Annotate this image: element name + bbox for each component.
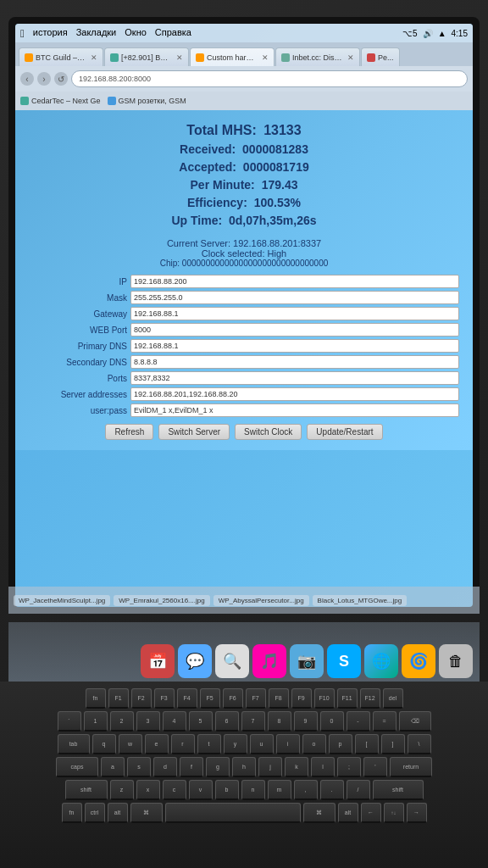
field-input-userpass[interactable]: EvilDM_1 x,EvilDM_1 x [130, 403, 459, 417]
key-l[interactable]: l [311, 757, 335, 777]
key-space[interactable] [165, 803, 301, 823]
address-bar[interactable]: 192.168.88.200:8000 [71, 70, 468, 87]
menu-history[interactable]: история [33, 27, 68, 40]
key-arrow-updown[interactable]: ↑↓ [384, 803, 404, 823]
key-9[interactable]: 9 [294, 711, 318, 732]
key-p[interactable]: p [329, 734, 352, 754]
key-cmd-right[interactable]: ⌘ [303, 803, 336, 823]
key-lbracket[interactable]: [ [355, 734, 379, 754]
dock-photos[interactable]: 📷 [290, 644, 324, 678]
menu-window[interactable]: Окно [125, 27, 147, 40]
key-cmd-left[interactable]: ⌘ [130, 803, 163, 823]
key-del[interactable]: del [383, 688, 403, 709]
key-caps[interactable]: caps [56, 757, 98, 777]
key-slash[interactable]: / [347, 780, 370, 800]
key-5[interactable]: 5 [189, 711, 213, 732]
key-delete[interactable]: ⌫ [399, 711, 431, 732]
key-tab[interactable]: tab [58, 734, 90, 754]
field-input-secondarydns[interactable]: 8.8.8.8 [130, 355, 459, 369]
key-arrow-left[interactable]: ← [361, 803, 381, 823]
field-input-serveraddresses[interactable]: 192.168.88.201,192.168.88.20 [130, 387, 459, 401]
key-q[interactable]: q [92, 734, 116, 754]
taskbar-item-1[interactable]: WP_Emrakul_2560x16....jpg [114, 595, 209, 606]
dock-spotlight[interactable]: 🔍 [215, 644, 249, 678]
bookmark-gsm[interactable]: GSM розетки, GSM [108, 97, 186, 105]
key-n[interactable]: n [241, 780, 265, 800]
key-backslash[interactable]: \ [408, 734, 431, 754]
key-f3[interactable]: F3 [154, 688, 175, 709]
key-fn2[interactable]: fn [62, 803, 82, 823]
key-h[interactable]: h [232, 757, 256, 777]
refresh-button[interactable]: ↺ [54, 72, 68, 86]
key-backtick[interactable]: ` [58, 711, 81, 732]
key-1[interactable]: 1 [84, 711, 108, 732]
key-semicolon[interactable]: ; [337, 757, 361, 777]
key-w[interactable]: w [119, 734, 142, 754]
menu-bookmarks[interactable]: Закладки [76, 27, 117, 40]
tab-custom[interactable]: Custom hardware ✕ [190, 47, 274, 66]
key-b[interactable]: b [215, 780, 239, 800]
tab-btce[interactable]: [+82.901] BTC-E ✕ [104, 47, 189, 66]
dock-skype[interactable]: S [327, 644, 361, 678]
key-d[interactable]: d [153, 757, 177, 777]
key-f6[interactable]: F6 [223, 688, 243, 709]
key-y[interactable]: y [224, 734, 247, 754]
key-return[interactable]: return [390, 757, 432, 777]
key-0[interactable]: 0 [320, 711, 344, 732]
key-6[interactable]: 6 [215, 711, 239, 732]
dock-trash[interactable]: 🗑 [439, 644, 473, 678]
key-r[interactable]: r [171, 734, 195, 754]
key-f2[interactable]: F2 [131, 688, 152, 709]
key-2[interactable]: 2 [110, 711, 134, 732]
key-comma[interactable]: , [294, 780, 318, 800]
key-shift-right[interactable]: shift [373, 780, 424, 800]
switch-server-button[interactable]: Switch Server [158, 424, 230, 440]
key-m[interactable]: m [268, 780, 291, 800]
key-fn[interactable]: fn [86, 688, 106, 709]
key-i[interactable]: i [276, 734, 300, 754]
key-f9[interactable]: F9 [291, 688, 312, 709]
key-equals[interactable]: = [373, 711, 396, 732]
dock-safari[interactable]: 🌐 [364, 644, 398, 678]
key-f1[interactable]: F1 [108, 688, 129, 709]
key-z[interactable]: z [110, 780, 134, 800]
key-period[interactable]: . [320, 780, 344, 800]
field-input-ports[interactable]: 8337,8332 [130, 371, 459, 385]
update-restart-button[interactable]: Update/Restart [307, 424, 382, 440]
key-f8[interactable]: F8 [269, 688, 289, 709]
key-j[interactable]: j [258, 757, 282, 777]
taskbar-item-2[interactable]: WP_AbyssalPersecutor...jpg [214, 595, 309, 606]
field-input-primarydns[interactable]: 192.168.88.1 [130, 339, 459, 353]
tab-close[interactable]: ✕ [91, 53, 97, 62]
menu-apple[interactable]:  [20, 27, 25, 40]
forward-button[interactable]: › [37, 72, 51, 86]
key-quote[interactable]: ' [363, 757, 387, 777]
field-input-mask[interactable]: 255.255.255.0 [130, 291, 459, 304]
key-ctrl[interactable]: ctrl [85, 803, 105, 823]
dock-chrome[interactable]: 🌀 [402, 644, 435, 678]
switch-clock-button[interactable]: Switch Clock [235, 424, 302, 440]
key-f4[interactable]: F4 [177, 688, 197, 709]
key-o[interactable]: o [302, 734, 326, 754]
key-f11[interactable]: F11 [337, 688, 358, 709]
field-input-ip[interactable]: 192.168.88.200 [130, 275, 459, 288]
key-s[interactable]: s [127, 757, 151, 777]
key-8[interactable]: 8 [268, 711, 291, 732]
dock-messages[interactable]: 💬 [178, 644, 212, 678]
key-f[interactable]: f [180, 757, 203, 777]
tab-close[interactable]: ✕ [347, 53, 354, 62]
tab-inbet[interactable]: Inbet.cc: Discussi... ✕ [275, 47, 360, 66]
key-f10[interactable]: F10 [314, 688, 335, 709]
key-f5[interactable]: F5 [200, 688, 220, 709]
key-u[interactable]: u [250, 734, 274, 754]
tab-pe[interactable]: Pe... [361, 47, 400, 66]
taskbar-item-3[interactable]: Black_Lotus_MTGOwe...jpg [313, 595, 408, 606]
key-shift-left[interactable]: shift [65, 780, 108, 800]
tab-btcguild[interactable]: BTC Guild – Bitco... ✕ [19, 47, 103, 66]
key-minus[interactable]: - [347, 711, 370, 732]
tab-close[interactable]: ✕ [176, 53, 183, 62]
key-rbracket[interactable]: ] [381, 734, 405, 754]
tab-close[interactable]: ✕ [262, 53, 269, 62]
back-button[interactable]: ‹ [20, 72, 34, 86]
key-alt-left[interactable]: alt [108, 803, 128, 823]
